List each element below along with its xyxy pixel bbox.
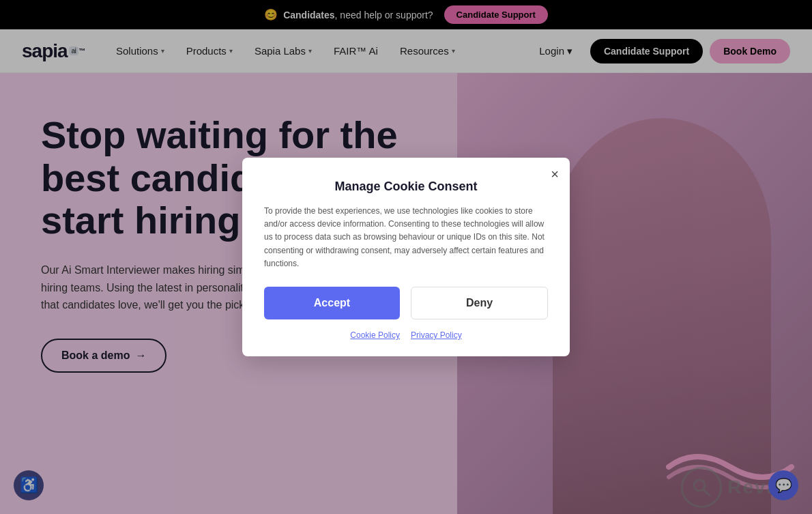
cookie-policy-link[interactable]: Cookie Policy: [350, 330, 400, 340]
modal-title: Manage Cookie Consent: [264, 180, 548, 194]
modal-body-text: To provide the best experiences, we use …: [264, 205, 548, 270]
modal-close-button[interactable]: ×: [551, 167, 559, 181]
privacy-policy-link[interactable]: Privacy Policy: [411, 330, 462, 340]
modal-buttons: Accept Deny: [264, 287, 548, 319]
modal-policy-links: Cookie Policy Privacy Policy: [264, 330, 548, 340]
modal-overlay: Manage Cookie Consent × To provide the b…: [0, 0, 812, 514]
modal-accept-button[interactable]: Accept: [264, 287, 400, 319]
cookie-consent-modal: Manage Cookie Consent × To provide the b…: [242, 158, 570, 356]
modal-deny-button[interactable]: Deny: [411, 287, 548, 319]
